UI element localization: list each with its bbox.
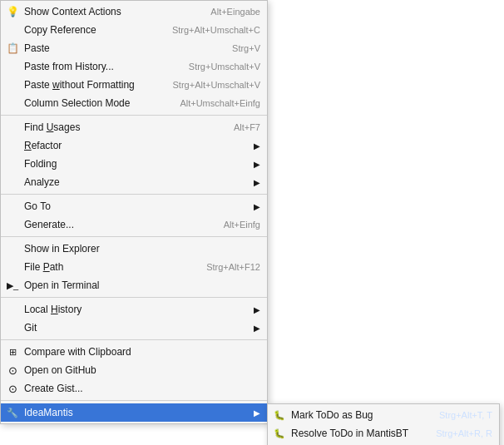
menu-label: Refactor <box>24 140 250 151</box>
ideamantis-submenu: 🐛 Mark ToDo as Bug Strg+Alt+T, T 🐛 Resol… <box>267 403 500 445</box>
menu-item-go-to[interactable]: Go To ▶ <box>1 197 267 215</box>
menu-label: Paste without Formatting <box>24 79 156 91</box>
paste-icon: 📋 <box>6 42 19 55</box>
menu-item-local-history[interactable]: Local History ▶ <box>1 300 267 319</box>
ideamantis-icon: 🔧 <box>6 406 19 419</box>
menu-label: Analyze <box>24 176 250 188</box>
bulb-icon: 💡 <box>6 5 19 18</box>
menu-label: Compare with Clipboard <box>24 346 260 358</box>
menu-item-paste-history[interactable]: Paste from History... Strg+Umschalt+V <box>1 57 267 76</box>
shortcut: Strg+Alt+F12 <box>206 262 260 272</box>
terminal-icon: ▶_ <box>6 279 19 292</box>
arrow-icon: ▶ <box>254 160 260 169</box>
menu-label: Open on GitHub <box>24 364 260 376</box>
menu-label: Copy Reference <box>24 24 156 36</box>
arrow-icon: ▶ <box>254 202 260 211</box>
submenu-label: Mark ToDo as Bug <box>291 409 431 421</box>
arrow-icon: ▶ <box>254 305 260 314</box>
menu-item-column-selection[interactable]: Column Selection Mode Alt+Umschalt+Einfg <box>1 94 267 112</box>
menu-label: Show Context Actions <box>24 6 194 17</box>
mantis-icon-1: 🐛 <box>273 408 286 422</box>
arrow-icon: ▶ <box>254 178 260 187</box>
menu-label: IdeaMantis <box>24 407 250 418</box>
separator-3 <box>1 236 267 237</box>
menu-label: Column Selection Mode <box>24 97 163 109</box>
shortcut: Alt+Einfg <box>224 220 260 230</box>
menu-item-open-github[interactable]: ⊙ Open on GitHub <box>1 361 267 379</box>
separator-5 <box>1 339 267 340</box>
menu-item-copy-reference[interactable]: Copy Reference Strg+Alt+Umschalt+C <box>1 21 267 39</box>
shortcut: Strg+Alt+Umschalt+V <box>173 80 260 90</box>
menu-label: Create Gist... <box>24 383 260 394</box>
shortcut: Alt+F7 <box>234 122 260 132</box>
submenu-item-mark-todo[interactable]: 🐛 Mark ToDo as Bug Strg+Alt+T, T <box>268 406 499 424</box>
menu-item-compare-clipboard[interactable]: ⊞ Compare with Clipboard <box>1 343 267 361</box>
menu-label: Show in Explorer <box>24 243 260 255</box>
submenu-item-resolve-todo[interactable]: 🐛 Resolve ToDo in MantisBT Strg+Alt+R, R <box>268 424 499 443</box>
arrow-icon: ▶ <box>254 324 260 333</box>
menu-item-open-terminal[interactable]: ▶_ Open in Terminal <box>1 276 267 294</box>
menu-label: Generate... <box>24 219 207 230</box>
menu-item-create-gist[interactable]: ⊙ Create Gist... <box>1 379 267 398</box>
menu-item-analyze[interactable]: Analyze ▶ <box>1 173 267 191</box>
menu-label: Open in Terminal <box>24 279 260 291</box>
gist-icon: ⊙ <box>6 382 19 395</box>
shortcut: Strg+Alt+Umschalt+C <box>172 25 260 35</box>
compare-icon: ⊞ <box>6 345 19 358</box>
shortcut: Alt+Umschalt+Einfg <box>180 98 260 108</box>
menu-item-folding[interactable]: Folding ▶ <box>1 155 267 173</box>
separator-1 <box>1 115 267 116</box>
menu-label: Go To <box>24 200 250 212</box>
menu-item-show-context-actions[interactable]: 💡 Show Context Actions Alt+Eingabe <box>1 2 267 21</box>
menu-label: Git <box>24 322 250 334</box>
menu-label: Paste from History... <box>24 61 172 72</box>
shortcut: Strg+Umschalt+V <box>189 62 260 72</box>
context-menu: 💡 Show Context Actions Alt+Eingabe Copy … <box>0 0 268 424</box>
menu-item-show-in-explorer[interactable]: Show in Explorer <box>1 240 267 258</box>
menu-item-file-path[interactable]: File Path Strg+Alt+F12 <box>1 258 267 276</box>
menu-item-ideamantis[interactable]: 🔧 IdeaMantis ▶ 🐛 Mark ToDo as Bug Strg+A… <box>1 403 267 422</box>
shortcut: Strg+Alt+T, T <box>439 410 492 420</box>
menu-label: Find Usages <box>24 121 217 133</box>
menu-item-refactor[interactable]: Refactor ▶ <box>1 136 267 155</box>
submenu-label: Resolve ToDo in MantisBT <box>291 428 427 439</box>
separator-4 <box>1 297 267 298</box>
menu-item-paste-no-format[interactable]: Paste without Formatting Strg+Alt+Umscha… <box>1 76 267 94</box>
separator-6 <box>1 400 267 401</box>
mantis-icon-2: 🐛 <box>273 427 286 440</box>
menu-item-generate[interactable]: Generate... Alt+Einfg <box>1 215 267 234</box>
menu-item-git[interactable]: Git ▶ <box>1 319 267 337</box>
menu-label: Local History <box>24 304 250 315</box>
github-icon: ⊙ <box>6 363 19 377</box>
menu-item-find-usages[interactable]: Find Usages Alt+F7 <box>1 118 267 136</box>
menu-label: File Path <box>24 261 190 273</box>
menu-label: Paste <box>24 42 215 54</box>
shortcut: Strg+V <box>232 43 260 53</box>
shortcut: Strg+Alt+R, R <box>436 428 492 438</box>
menu-item-paste[interactable]: 📋 Paste Strg+V <box>1 39 267 57</box>
arrow-icon: ▶ <box>254 141 260 151</box>
menu-label: Folding <box>24 158 250 170</box>
shortcut: Alt+Eingabe <box>210 7 260 17</box>
arrow-icon: ▶ <box>254 408 260 418</box>
separator-2 <box>1 194 267 195</box>
